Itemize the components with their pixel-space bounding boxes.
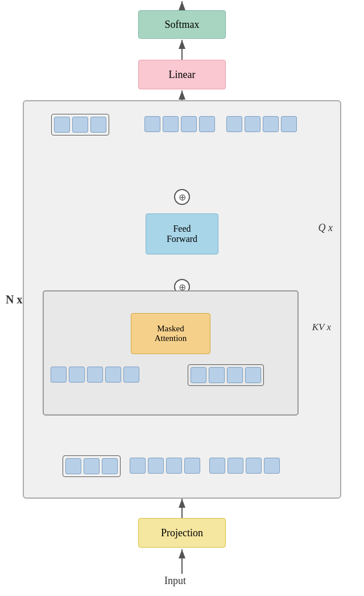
token-cell [54, 117, 70, 133]
token-cell [245, 116, 260, 132]
token-cell [84, 458, 100, 474]
nx-label: N x [6, 100, 22, 499]
token-cell [90, 117, 106, 133]
token-cell [65, 458, 81, 474]
token-cell [199, 116, 215, 132]
token-group-plain [142, 114, 217, 134]
token-cell [148, 458, 164, 474]
kvx-label: KV x [312, 322, 331, 333]
token-cell [209, 367, 225, 383]
token-cell [123, 367, 139, 383]
token-cell [181, 116, 197, 132]
token-group-bottom-left [63, 455, 121, 477]
add-circle-1: ⊕ [174, 189, 190, 205]
token-cell [245, 367, 261, 383]
projection-box: Projection [138, 518, 226, 548]
token-cell [163, 116, 179, 132]
token-group-plain2 [224, 114, 299, 134]
token-cell [281, 116, 297, 132]
qx-label: Q x [318, 222, 333, 234]
token-group-bottom-right [207, 455, 282, 477]
tokens-top-left [51, 114, 109, 135]
token-group-inner-right [188, 364, 264, 386]
projection-label: Projection [161, 527, 203, 539]
softmax-label: Softmax [165, 19, 200, 31]
token-cell [263, 116, 279, 132]
masked-label: Masked Attention [155, 324, 187, 343]
token-cell [226, 116, 242, 132]
softmax-box: Softmax [138, 10, 226, 39]
token-cell [166, 458, 182, 474]
token-cell [72, 117, 88, 133]
token-group-inner-left [48, 364, 142, 385]
linear-label: Linear [169, 69, 196, 81]
token-cell [130, 458, 146, 474]
tokens-bottom-row [63, 455, 282, 477]
feedforward-box: Feed Forward [146, 213, 218, 254]
token-cell [264, 458, 280, 474]
masked-attention-box: Masked Attention [131, 313, 210, 354]
token-cell [69, 367, 85, 383]
tokens-inner-right [188, 364, 264, 386]
token-cell [228, 458, 243, 474]
token-cell [191, 367, 206, 383]
tokens-bottom [63, 455, 282, 477]
token-cell [209, 458, 225, 474]
token-group-bottom-mid [127, 455, 202, 477]
tokens-inner-left [48, 364, 142, 385]
token-cell [144, 116, 160, 132]
tokens-top-right [142, 114, 299, 134]
token-cell [105, 367, 121, 383]
token-cell [102, 458, 118, 474]
linear-box: Linear [138, 60, 226, 89]
token-cell [51, 367, 67, 383]
feedforward-label: Feed Forward [167, 224, 197, 244]
token-cell [87, 367, 103, 383]
token-cell [184, 458, 200, 474]
add-symbol-1: ⊕ [174, 189, 190, 205]
token-cell [227, 367, 243, 383]
token-cell [246, 458, 262, 474]
token-group-outlined [51, 114, 109, 135]
input-label: Input [164, 575, 186, 587]
